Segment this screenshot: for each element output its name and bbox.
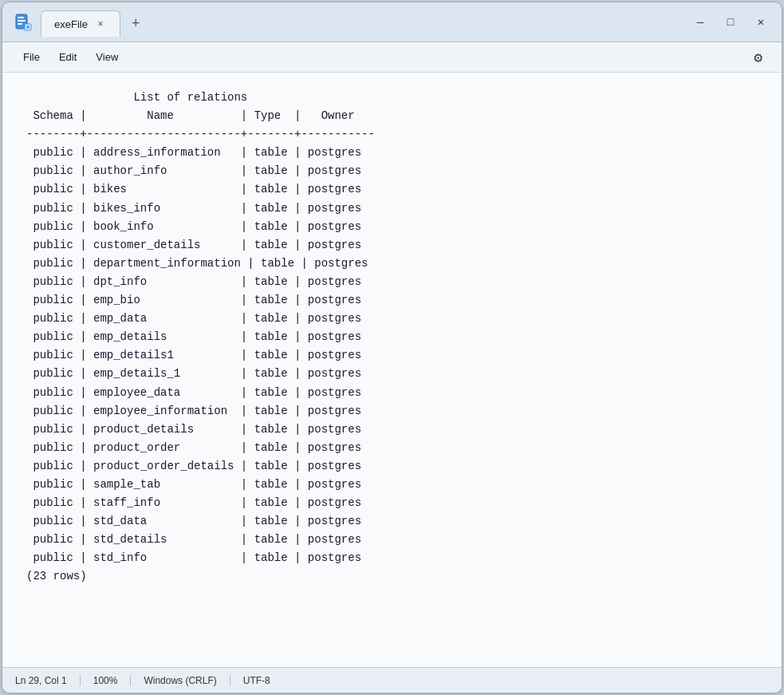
- main-window: exeFile × + — □ ✕ File Edit View ⚙ List …: [2, 2, 782, 693]
- active-tab[interactable]: exeFile ×: [41, 10, 120, 37]
- tab-close-button[interactable]: ×: [94, 18, 107, 30]
- maximize-button[interactable]: □: [719, 11, 742, 34]
- cursor-position: Ln 29, Col 1: [15, 675, 81, 686]
- status-bar: Ln 29, Col 1 100% Windows (CRLF) UTF-8: [2, 667, 782, 693]
- line-ending: Windows (CRLF): [131, 675, 230, 686]
- menu-file[interactable]: File: [15, 48, 48, 66]
- menu-bar: File Edit View ⚙: [2, 42, 782, 73]
- menu-edit[interactable]: Edit: [51, 48, 85, 66]
- app-icon: [12, 11, 34, 34]
- zoom-level: 100%: [81, 675, 132, 686]
- svg-rect-4: [25, 24, 31, 30]
- settings-icon[interactable]: ⚙: [747, 45, 769, 69]
- close-button[interactable]: ✕: [750, 11, 772, 34]
- relations-table: List of relations Schema | Name | Type |…: [26, 89, 758, 586]
- svg-rect-2: [18, 20, 26, 22]
- tab-label: exeFile: [54, 18, 88, 30]
- svg-rect-1: [18, 17, 24, 18]
- minimize-button[interactable]: —: [689, 11, 711, 34]
- menu-view[interactable]: View: [88, 48, 126, 66]
- window-controls: — □ ✕: [689, 11, 772, 34]
- svg-rect-3: [18, 23, 22, 25]
- encoding: UTF-8: [230, 675, 283, 686]
- row-count: (23 rows): [26, 570, 87, 582]
- new-tab-button[interactable]: +: [124, 12, 148, 35]
- title-bar: exeFile × + — □ ✕: [2, 2, 782, 42]
- content-area: List of relations Schema | Name | Type |…: [2, 73, 782, 667]
- table-heading: List of relations: [133, 91, 247, 104]
